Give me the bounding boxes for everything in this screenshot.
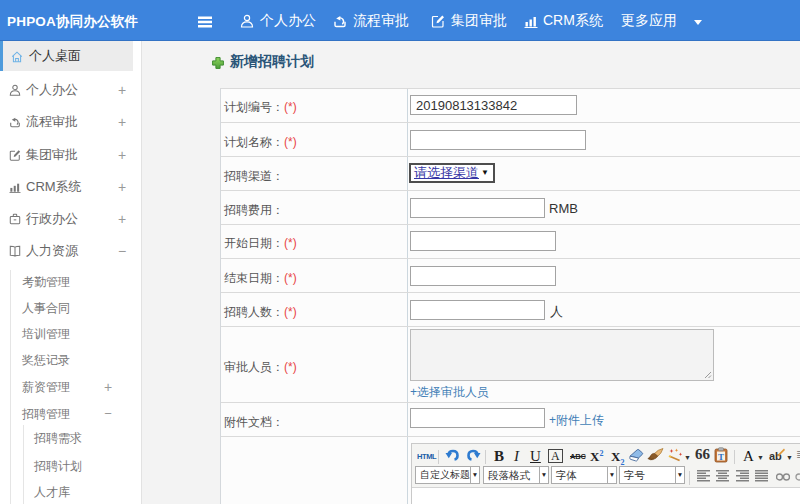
svg-text:T: T: [718, 452, 724, 462]
